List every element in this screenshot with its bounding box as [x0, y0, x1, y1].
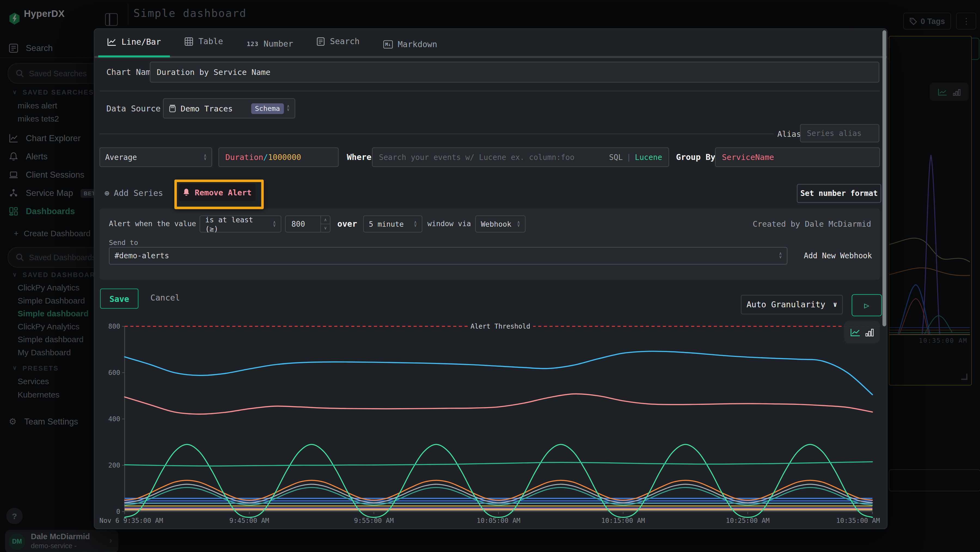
field-expression-input[interactable]: Duration/1000000 — [218, 147, 339, 167]
webhook-select[interactable]: #demo-alerts ∧∨ — [109, 247, 788, 265]
over-label: over — [337, 219, 357, 229]
tab-table[interactable]: Table — [176, 29, 232, 55]
search-doc-icon — [317, 37, 325, 46]
alert-channel-select[interactable]: Webhook ∧∨ — [475, 215, 526, 232]
data-source-label: Data Source — [107, 104, 161, 113]
remove-alert-highlight-box — [174, 180, 264, 209]
spinner-down-icon[interactable]: ∨ — [321, 224, 330, 232]
alias-label: Alias — [778, 129, 801, 139]
select-chevrons-icon: ∧∨ — [287, 105, 290, 112]
select-chevrons-icon: ∧∨ — [273, 221, 276, 227]
chevron-down-icon: ∨ — [833, 300, 837, 309]
line-chart-icon — [850, 328, 861, 336]
field-token: / — [263, 153, 268, 162]
bar-chart-icon — [865, 328, 873, 336]
aggregation-value: Average — [105, 153, 137, 161]
svg-text:800: 800 — [108, 322, 120, 330]
alert-config-panel: Alert when the value is at least (≥) ∧∨ … — [99, 209, 880, 279]
where-search-input[interactable]: Search your events w/ Lucene ex. column:… — [372, 147, 669, 167]
table-icon — [185, 37, 193, 46]
lucene-toggle[interactable]: Lucene — [635, 153, 662, 161]
chart-name-input[interactable] — [150, 62, 879, 83]
created-by-label: Created by Dale McDiarmid — [753, 219, 871, 229]
group-by-label: Group By — [676, 153, 715, 162]
alert-window-value: 5 minute — [369, 220, 404, 228]
chart-type-tabs: Line/Bar Table 123 Number Search — [94, 29, 887, 58]
granularity-select[interactable]: Auto Granularity ∨ — [741, 295, 843, 314]
run-chart-button[interactable]: ▷ — [851, 294, 882, 316]
plus-circle-icon: ⊕ — [105, 188, 110, 198]
select-chevrons-icon: ∧∨ — [414, 221, 417, 227]
tab-label: Line/Bar — [121, 37, 161, 46]
select-chevrons-icon: ∧∨ — [204, 154, 207, 160]
section-divider — [99, 91, 880, 91]
send-to-label: Send to — [109, 239, 138, 247]
svg-text:600: 600 — [108, 369, 120, 377]
series-divider — [99, 134, 773, 134]
alert-prefix-label: Alert when the value — [109, 219, 196, 228]
group-by-input[interactable]: ServiceName — [715, 147, 880, 167]
granularity-value: Auto Granularity — [746, 300, 826, 310]
webhook-value: #demo-alerts — [115, 252, 169, 260]
tab-label: Number — [264, 39, 293, 48]
alert-condition-select[interactable]: is at least (≥) ∧∨ — [200, 215, 282, 232]
spinner-up-icon[interactable]: ∧ — [321, 216, 330, 224]
tab-label: Search — [330, 37, 360, 46]
duration-line-chart: 8006004002000Nov 6 9:35:00 AM9:45:00 AM9… — [99, 319, 880, 528]
svg-text:0: 0 — [116, 507, 120, 515]
save-button[interactable]: Save — [100, 289, 138, 309]
data-source-select[interactable]: Demo Traces Schema ∧∨ — [163, 98, 295, 118]
set-number-format-button[interactable]: Set number format — [797, 184, 881, 203]
field-token: Duration — [225, 153, 263, 162]
set-number-format-label: Set number format — [800, 189, 878, 198]
modal-scrollbar[interactable] — [883, 30, 886, 326]
line-bar-icon — [107, 38, 116, 46]
play-icon: ▷ — [864, 300, 869, 310]
tab-label: Markdown — [398, 40, 437, 49]
alert-window-select[interactable]: 5 minute ∧∨ — [363, 215, 422, 232]
search-placeholder: Search your events w/ Lucene ex. column:… — [379, 153, 574, 161]
group-by-value: ServiceName — [722, 153, 774, 162]
number-123-icon: 123 — [247, 40, 258, 47]
tab-search[interactable]: Search — [308, 29, 368, 55]
data-source-value: Demo Traces — [181, 104, 233, 113]
alert-threshold-input[interactable]: 800 ∧ ∨ — [285, 215, 330, 232]
edit-chart-modal: Line/Bar Table 123 Number Search — [94, 28, 888, 529]
markdown-icon: M↓ — [383, 40, 393, 48]
aggregation-select[interactable]: Average ∧∨ — [99, 147, 212, 167]
select-chevrons-icon: ∧∨ — [517, 221, 520, 227]
sql-toggle[interactable]: SQL — [609, 153, 623, 161]
where-label: Where — [347, 153, 372, 162]
alert-condition-value: is at least (≥) — [205, 215, 269, 233]
alert-channel-value: Webhook — [481, 220, 512, 228]
app-root: HyperDX Simple dashboard 0 Tags ⋮ ↻ — [0, 0, 980, 552]
svg-text:200: 200 — [108, 461, 120, 469]
svg-text:Alert Threshold: Alert Threshold — [471, 322, 530, 330]
alert-threshold-value: 800 — [286, 220, 305, 228]
chart-name-label: Chart Name — [107, 67, 156, 77]
chart-type-toggle[interactable] — [844, 321, 880, 343]
add-series-label: Add Series — [114, 188, 163, 198]
database-icon — [169, 104, 177, 113]
add-series-button[interactable]: ⊕ Add Series — [105, 185, 163, 200]
window-via-label: window via — [427, 219, 471, 228]
toggle-divider: | — [627, 153, 631, 161]
schema-badge: Schema — [251, 103, 284, 113]
svg-text:400: 400 — [108, 415, 120, 423]
cancel-button[interactable]: Cancel — [151, 293, 180, 302]
tab-markdown[interactable]: M↓ Markdown — [375, 32, 446, 58]
select-chevrons-icon: ∧∨ — [779, 252, 782, 259]
field-token: 1000000 — [268, 153, 301, 162]
save-label: Save — [110, 294, 129, 303]
tab-number[interactable]: 123 Number — [238, 31, 302, 57]
add-new-webhook-button[interactable]: Add New Webhook — [804, 252, 872, 260]
svg-text:10:35:00 AM: 10:35:00 AM — [836, 517, 880, 525]
tab-label: Table — [199, 37, 223, 46]
series-alias-input[interactable] — [800, 124, 879, 142]
tab-line-bar[interactable]: Line/Bar — [98, 29, 170, 55]
svg-text:Nov 6 9:35:00 AM: Nov 6 9:35:00 AM — [99, 517, 163, 525]
